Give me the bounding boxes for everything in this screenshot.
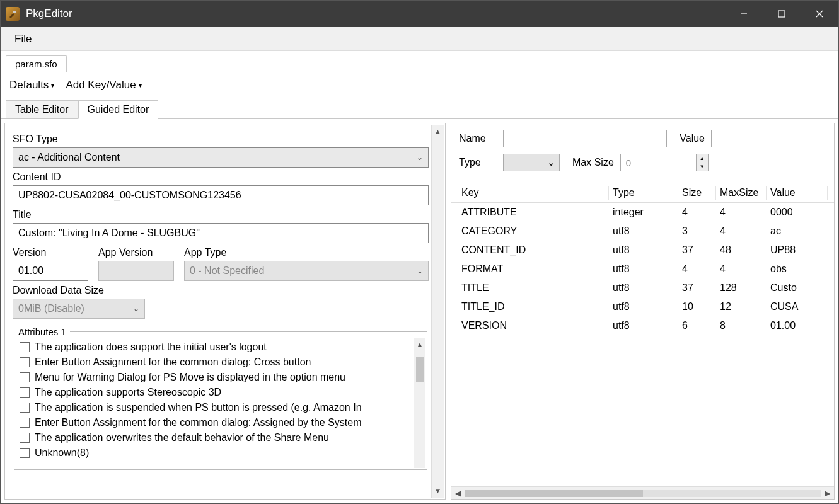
download-size-select: 0MiB (Disable) ⌄	[13, 299, 145, 319]
cell-value: CUSA	[767, 300, 828, 314]
value-label: Value	[680, 133, 705, 144]
minimize-button[interactable]	[725, 1, 763, 27]
col-type[interactable]: Type	[609, 186, 678, 200]
tab-param-sfo[interactable]: param.sfo	[6, 55, 67, 72]
cell-value: 0000	[767, 205, 828, 219]
name-input[interactable]	[503, 130, 667, 147]
version-label: Version	[13, 247, 88, 258]
close-button[interactable]	[801, 1, 838, 27]
scroll-thumb[interactable]	[465, 490, 643, 497]
maxsize-spinner[interactable]: 0 ▲▼	[620, 154, 709, 171]
cell-key: TITLE_ID	[458, 300, 609, 314]
tab-table-editor[interactable]: Table Editor	[6, 100, 78, 119]
table-row[interactable]: TITLEutf837128Custo	[451, 278, 834, 297]
cell-key: ATTRIBUTE	[458, 205, 609, 219]
scroll-thumb[interactable]	[416, 357, 424, 382]
attribute-text: Enter Button Assignment for the common d…	[35, 417, 362, 428]
list-item[interactable]: Unknown(8)	[18, 445, 413, 461]
checkbox[interactable]	[20, 387, 30, 398]
list-item[interactable]: The application is suspended when PS but…	[18, 400, 413, 415]
type-select[interactable]: ⌄	[503, 154, 560, 171]
table-header: Key Type Size MaxSize Value	[451, 183, 834, 203]
horizontal-scrollbar[interactable]: ◀ ▶	[451, 486, 834, 499]
attributes-legend: Attributes 1	[14, 326, 70, 337]
cell-maxsize: 4	[716, 262, 767, 276]
version-input[interactable]	[13, 261, 88, 281]
scrollbar[interactable]: ▲	[414, 338, 425, 468]
svg-rect-0	[13, 11, 16, 13]
list-item[interactable]: The application supports Stereoscopic 3D	[18, 385, 413, 400]
cell-type: integer	[609, 205, 678, 219]
maximize-button[interactable]	[763, 1, 801, 27]
cell-type: utf8	[609, 243, 678, 257]
chevron-down-icon: ▾	[139, 82, 142, 89]
col-maxsize[interactable]: MaxSize	[716, 186, 767, 200]
cell-maxsize: 8	[716, 319, 767, 333]
content-id-input[interactable]	[13, 185, 429, 205]
cell-type: utf8	[609, 281, 678, 295]
key-value-panel: Name Value Type ⌄ Max Size 0 ▲▼	[451, 123, 835, 500]
tab-guided-editor[interactable]: Guided Editor	[78, 100, 159, 119]
title-input[interactable]	[13, 223, 429, 243]
list-item[interactable]: Menu for Warning Dialog for PS Move is d…	[18, 370, 413, 385]
checkbox[interactable]	[20, 357, 30, 367]
scroll-left-icon[interactable]: ◀	[455, 489, 461, 498]
cell-maxsize: 4	[716, 205, 767, 219]
attribute-text: The application does support the initial…	[35, 341, 267, 353]
spinner-up-icon[interactable]: ▲	[697, 154, 708, 163]
attribute-text: The application is suspended when PS but…	[35, 402, 362, 413]
value-input[interactable]	[711, 130, 826, 147]
scroll-down-icon[interactable]: ▼	[434, 486, 442, 495]
table-row[interactable]: CONTENT_IDutf83748UP88	[451, 241, 834, 260]
add-key-value-dropdown[interactable]: Add Key/Value▾	[63, 77, 144, 93]
sfo-type-label: SFO Type	[13, 134, 429, 145]
table-row[interactable]: TITLE_IDutf81012CUSA	[451, 297, 834, 316]
cell-size: 10	[678, 300, 716, 314]
file-tabs: param.sfo	[1, 51, 838, 72]
table-row[interactable]: VERSIONutf86801.00	[451, 316, 834, 335]
menu-file[interactable]: File	[9, 30, 37, 48]
app-type-select: 0 - Not Specified ⌄	[184, 261, 429, 281]
col-key[interactable]: Key	[458, 186, 609, 200]
attribute-text: Enter Button Assignment for the common d…	[35, 357, 311, 368]
cell-value: 01.00	[767, 319, 828, 333]
sfo-type-select[interactable]: ac - Additional Content ⌄	[13, 147, 429, 168]
list-item[interactable]: The application does support the initial…	[18, 340, 413, 355]
table-body: ATTRIBUTEinteger440000CATEGORYutf834acCO…	[451, 203, 834, 486]
name-label: Name	[459, 133, 497, 144]
attributes-list[interactable]: ▲ The application does support the initi…	[14, 337, 427, 469]
download-size-label: Download Data Size	[13, 285, 429, 296]
checkbox[interactable]	[20, 433, 30, 443]
scroll-up-icon[interactable]: ▲	[434, 127, 442, 136]
scroll-right-icon[interactable]: ▶	[825, 489, 830, 498]
table-row[interactable]: FORMATutf844obs	[451, 260, 834, 278]
table-row[interactable]: ATTRIBUTEinteger440000	[451, 203, 834, 222]
chevron-down-icon: ⌄	[133, 304, 139, 313]
table-row[interactable]: CATEGORYutf834ac	[451, 222, 834, 241]
checkbox[interactable]	[20, 448, 30, 458]
cell-size: 6	[678, 319, 716, 333]
list-item[interactable]: Enter Button Assignment for the common d…	[18, 355, 413, 370]
list-item[interactable]: The application overwrites the default b…	[18, 430, 413, 445]
checkbox[interactable]	[20, 342, 30, 352]
spinner-down-icon[interactable]: ▼	[697, 163, 708, 171]
app-type-label: App Type	[184, 247, 429, 258]
col-value[interactable]: Value	[767, 186, 828, 200]
col-size[interactable]: Size	[678, 186, 716, 200]
scroll-up-icon[interactable]: ▲	[417, 341, 423, 348]
attributes-fieldset: Attributes 1 ▲ The application does supp…	[14, 326, 427, 470]
defaults-dropdown[interactable]: Defaults▾	[7, 77, 57, 93]
list-item[interactable]: Enter Button Assignment for the common d…	[18, 415, 413, 430]
scrollbar[interactable]: ▲ ▼	[431, 125, 444, 498]
editor-tabs: Table Editor Guided Editor	[1, 98, 838, 119]
guided-editor-panel: SFO Type ac - Additional Content ⌄ Conte…	[4, 123, 446, 500]
cell-type: utf8	[609, 300, 678, 314]
checkbox[interactable]	[20, 372, 30, 382]
toolbar: Defaults▾ Add Key/Value▾	[1, 72, 838, 98]
window-title: PkgEditor	[26, 8, 725, 20]
app-icon	[6, 7, 20, 21]
checkbox[interactable]	[20, 403, 30, 413]
chevron-down-icon: ⌄	[417, 266, 423, 275]
cell-key: CATEGORY	[458, 224, 609, 238]
checkbox[interactable]	[20, 418, 30, 428]
